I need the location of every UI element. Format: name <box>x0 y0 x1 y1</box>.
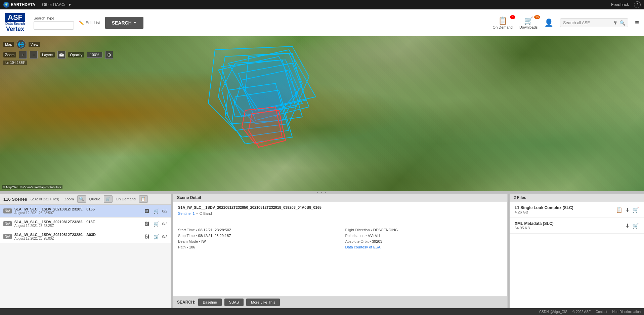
results-scroll-area: N/A S1A_IW_SLC__1SDV_20210812T23285... 0… <box>0 205 171 308</box>
result-queue-button[interactable]: 🛒 <box>152 221 161 227</box>
on-demand-badge: 0 <box>510 15 515 19</box>
panel-resize-handle[interactable]: • • • <box>0 191 644 194</box>
file-copy-button[interactable]: 📋 <box>616 207 622 213</box>
search-button[interactable]: SEARCH ▼ <box>105 17 143 29</box>
file-download-button[interactable]: ⬇ <box>625 207 630 213</box>
chevron-down-icon: ▼ <box>68 2 72 7</box>
results-count-sub: (232 of 232 Files) <box>31 197 59 201</box>
file-size: 64.95 KB <box>515 226 622 230</box>
polarization-value: VV+VH <box>368 234 380 238</box>
layers-label: Layers <box>40 52 55 57</box>
result-queue-button[interactable]: 🛒 <box>152 208 161 214</box>
start-time-value: 08/12/21, 23:28:50Z <box>198 228 231 232</box>
scene-detail-panel: Scene Detail S1A_IW_SLC__1SDV_20210812T2… <box>173 194 508 308</box>
result-item[interactable]: N/A S1A_IW_SLC__1SDV_20210812T23285... 0… <box>0 205 171 218</box>
results-panel: 116 Scenes (232 of 232 Files) Zoom 🔍 Que… <box>0 194 644 308</box>
scene-field-abs-orbit: Absolute Orbit • 39203 <box>345 239 503 243</box>
map-controls: Map 🌐 View Zoom + − Layers 🏔 Opacity 100… <box>3 40 113 59</box>
sbas-button[interactable]: SBAS <box>224 299 244 306</box>
result-queue-button[interactable]: 🛒 <box>152 233 161 240</box>
zoom-ctrl-label: Zoom <box>64 197 74 201</box>
edit-list-button[interactable]: ✏️ Edit List <box>79 21 100 25</box>
files-panel-header: 2 Files <box>510 194 644 202</box>
top-nav: 🌍 EARTHDATA Other DAACs ▼ Feedback ? <box>0 0 644 9</box>
baseline-button[interactable]: Baseline <box>198 299 222 306</box>
file-cart-button[interactable]: 🛒 <box>632 207 639 213</box>
map-globe-button[interactable]: 🌐 <box>16 40 26 49</box>
result-actions: 🖼 🛒 0/2 <box>143 208 167 214</box>
scene-satellite-row: Sentinel-1 • C-Band <box>178 211 502 215</box>
search-type-section: Search Type List ▼ <box>34 16 74 30</box>
scene-detail-header: Scene Detail <box>173 194 507 202</box>
result-info: S1A_IW_SLC__1SDV_20210812T23285... 0165 … <box>14 207 140 215</box>
second-nav: ASF Data Search Vertex Search Type List … <box>0 9 644 36</box>
opacity-button[interactable]: ⊕ <box>105 51 113 59</box>
file-info: XML Metadata (SLC) 64.95 KB <box>515 221 622 230</box>
zoom-to-results-button[interactable]: 🔍 <box>77 195 86 203</box>
chevron-down-icon: ▼ <box>45 23 49 28</box>
mic-icon[interactable]: 🎙 <box>613 20 618 26</box>
scene-search-row: SEARCH: Baseline SBAS More Like This <box>173 296 507 308</box>
file-actions: ⬇ 🛒 <box>625 223 639 229</box>
result-preview-button[interactable]: 🖼 <box>143 208 151 214</box>
scene-field-stop-time: Stop Time • 08/12/21, 23:29:18Z <box>178 234 335 238</box>
contact-link[interactable]: Contact <box>596 310 607 314</box>
file-download-button[interactable]: ⬇ <box>625 223 630 229</box>
results-list-panel: 116 Scenes (232 of 232 Files) Zoom 🔍 Que… <box>0 194 171 308</box>
scene-field-path: Path • 106 <box>178 245 335 249</box>
results-count-bar: 116 Scenes (232 of 232 Files) Zoom 🔍 Que… <box>0 194 171 205</box>
search-type-select[interactable]: List ▼ <box>34 21 74 30</box>
result-item[interactable]: N/A S1A_IW_SLC__1SDV_20210812T23280... A… <box>0 230 171 243</box>
layers-button[interactable]: 🏔 <box>57 51 66 59</box>
other-daacs-btn[interactable]: Other DAACs ▼ <box>42 2 72 7</box>
sentinel-link[interactable]: Sentinel-1 <box>178 211 195 215</box>
zoom-out-button[interactable]: − <box>30 51 38 59</box>
zoom-in-button[interactable]: + <box>19 51 27 59</box>
result-date: August 12 2021 23:28:00Z <box>14 237 140 240</box>
on-demand-ctrl-label: On Demand <box>116 197 136 201</box>
account-button[interactable]: 👤 <box>544 18 553 27</box>
help-button[interactable]: ? <box>634 1 641 8</box>
global-search-bar: 🎙 🔍 <box>560 18 628 27</box>
global-search-input[interactable] <box>563 21 613 25</box>
more-like-this-button[interactable]: More Like This <box>246 299 280 306</box>
search-icon[interactable]: 🔍 <box>619 20 625 26</box>
downloads-badge: 95 <box>534 15 540 19</box>
beam-mode-label: Beam Mode <box>178 239 198 243</box>
earth-logo: 🌍 <box>3 2 9 8</box>
nav-right: 📋 On Demand 0 🛒 Downloads 95 👤 🎙 🔍 ≡ <box>493 16 639 29</box>
downloads-button[interactable]: 🛒 Downloads 95 <box>519 16 538 29</box>
opacity-label: Opacity <box>68 52 84 57</box>
scene-field-esa: Data courtesy of ESA <box>345 245 503 249</box>
queue-button[interactable]: 🛒 <box>104 195 113 203</box>
scene-title: S1A_IW_SLC__1SDV_20210812T232850_2021081… <box>178 205 502 209</box>
scene-field-beam-mode: Beam Mode • IW <box>178 239 335 243</box>
on-demand-button[interactable]: 📋 On Demand 0 <box>493 16 513 29</box>
band-value: C-Band <box>199 211 212 215</box>
vertex-label: Vertex <box>6 26 24 33</box>
esa-link[interactable]: Data courtesy of ESA <box>345 245 381 249</box>
hamburger-menu[interactable]: ≡ <box>635 19 639 27</box>
csdn-credit: CSDN @Vigo_GIS <box>539 310 567 314</box>
map-texture <box>0 36 644 191</box>
result-preview-button[interactable]: 🖼 <box>143 221 151 227</box>
scene-field-start-time: Start Time • 08/12/21, 23:28:50Z <box>178 228 335 232</box>
map-container[interactable]: Map 🌐 View Zoom + − Layers 🏔 Opacity 100… <box>0 36 644 191</box>
on-demand-results-button[interactable]: 📋 <box>139 195 148 203</box>
result-count: 0/2 <box>162 235 167 239</box>
band-label: • <box>197 211 198 215</box>
discrimination-link[interactable]: Non-Discrimination <box>612 310 641 314</box>
downloads-icon: 🛒 <box>524 16 533 25</box>
result-preview-button[interactable]: 🖼 <box>143 233 151 240</box>
result-date: August 12 2021 23:28:25Z <box>14 224 140 228</box>
feedback-btn[interactable]: Feedback <box>611 2 629 7</box>
result-item[interactable]: N/A S1A_IW_SLC__1SDV_20210812T23282... 9… <box>0 218 171 230</box>
file-cart-button[interactable]: 🛒 <box>632 223 639 229</box>
scene-field-flight-dir: Flight Direction • DESCENDING <box>345 228 503 232</box>
file-info: L1 Single Look Complex (SLC) 4.26 GB <box>515 205 612 214</box>
queue-ctrl-label: Queue <box>89 197 100 201</box>
polarization-label: Polarization <box>345 234 364 238</box>
asf-logo: ASF Data Search Vertex <box>5 13 25 33</box>
result-actions: 🖼 🛒 0/2 <box>143 233 167 240</box>
path-label: Path <box>178 245 186 249</box>
